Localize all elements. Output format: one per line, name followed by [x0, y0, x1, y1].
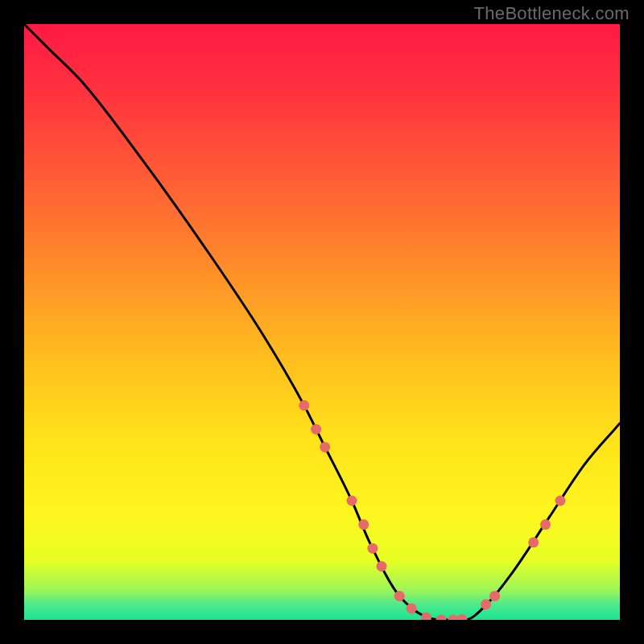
- curve-marker: [436, 615, 447, 621]
- curve-marker: [555, 496, 566, 506]
- curve-marker: [377, 561, 387, 572]
- curve-marker: [489, 591, 500, 601]
- watermark-text: TheBottleneck.com: [474, 3, 630, 24]
- curve-marker: [421, 613, 431, 620]
- curve-marker: [481, 599, 491, 609]
- plot-area: [24, 24, 620, 620]
- curve-marker: [299, 400, 309, 411]
- curve-marker: [540, 519, 551, 530]
- curve-marker: [456, 614, 467, 620]
- curve-marker: [528, 537, 539, 547]
- curve-marker: [407, 603, 417, 613]
- curve-marker: [320, 442, 330, 452]
- curve-markers: [299, 400, 565, 620]
- curve-marker: [347, 496, 357, 506]
- curve-marker: [311, 424, 321, 435]
- chart-curve-layer: [24, 24, 620, 620]
- root: TheBottleneck.com: [0, 0, 644, 644]
- curve-marker: [448, 615, 458, 621]
- curve-marker: [358, 519, 369, 530]
- curve-marker: [394, 591, 405, 601]
- curve-marker: [367, 543, 378, 554]
- bottleneck-curve: [24, 24, 620, 620]
